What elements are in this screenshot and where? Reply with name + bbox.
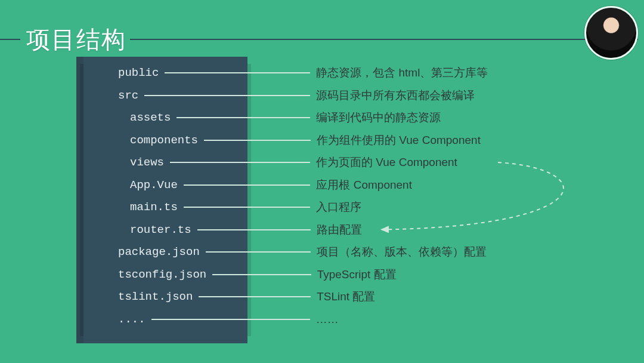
structure-row: views作为页面的 Vue Component (118, 154, 608, 171)
file-name: tsconfig.json (118, 268, 206, 281)
structure-row: App.Vue应用根 Component (118, 177, 608, 193)
structure-row: router.ts路由配置 (118, 222, 608, 238)
structure-row: src源码目录中所有东西都会被编译 (118, 87, 608, 104)
connector-line (165, 72, 310, 73)
file-name: src (118, 89, 138, 102)
file-description: 静态资源，包含 html、第三方库等 (316, 65, 488, 81)
file-name: router.ts (118, 223, 191, 236)
file-description: 作为页面的 Vue Component (316, 155, 457, 170)
connector-line (184, 207, 311, 208)
file-description: 路由配置 (317, 222, 362, 238)
file-description: TypeScript 配置 (317, 267, 397, 282)
file-description: …… (316, 313, 339, 326)
structure-row: package.json项目（名称、版本、依赖等）配置 (118, 244, 608, 260)
connector-line (177, 117, 310, 118)
connector-line (151, 319, 310, 320)
rule-right (130, 39, 638, 40)
structure-row: main.ts入口程序 (118, 199, 608, 216)
structure-row: components作为组件使用的 Vue Component (118, 132, 608, 149)
connector-line (197, 229, 311, 230)
file-name: .... (118, 313, 145, 326)
file-description: 入口程序 (316, 199, 361, 215)
connector-line (206, 251, 311, 253)
file-name: tslint.json (118, 290, 193, 303)
connector-line (170, 162, 310, 163)
file-name: components (118, 134, 198, 147)
file-description: 源码目录中所有东西都会被编译 (316, 88, 475, 103)
file-description: 项目（名称、版本、依赖等）配置 (317, 244, 487, 260)
file-name: main.ts (118, 201, 178, 214)
file-name: assets (118, 111, 171, 124)
file-description: TSLint 配置 (317, 289, 375, 304)
file-name: package.json (118, 245, 200, 259)
connector-line (204, 140, 311, 141)
slide-title: 项目结构 (20, 23, 130, 56)
file-description: 作为组件使用的 Vue Component (317, 133, 481, 148)
connector-line (144, 95, 309, 96)
structure-row: ....…… (118, 311, 608, 328)
file-name: public (118, 66, 159, 79)
file-name: App.Vue (118, 179, 178, 192)
rule-left (0, 39, 20, 40)
panel-shadow (76, 57, 83, 343)
presenter-avatar (584, 6, 638, 60)
structure-row: tsconfig.jsonTypeScript 配置 (118, 266, 608, 283)
structure-row: tslint.jsonTSLint 配置 (118, 288, 608, 305)
structure-row: public静态资源，包含 html、第三方库等 (118, 64, 608, 81)
connector-line (212, 274, 311, 275)
file-description: 应用根 Component (316, 177, 412, 193)
connector-line (199, 296, 311, 297)
file-description: 编译到代码中的静态资源 (316, 110, 441, 125)
structure-row: assets编译到代码中的静态资源 (118, 109, 608, 126)
connector-line (184, 184, 311, 186)
title-bar: 项目结构 (0, 26, 644, 53)
file-name: views (118, 156, 164, 169)
